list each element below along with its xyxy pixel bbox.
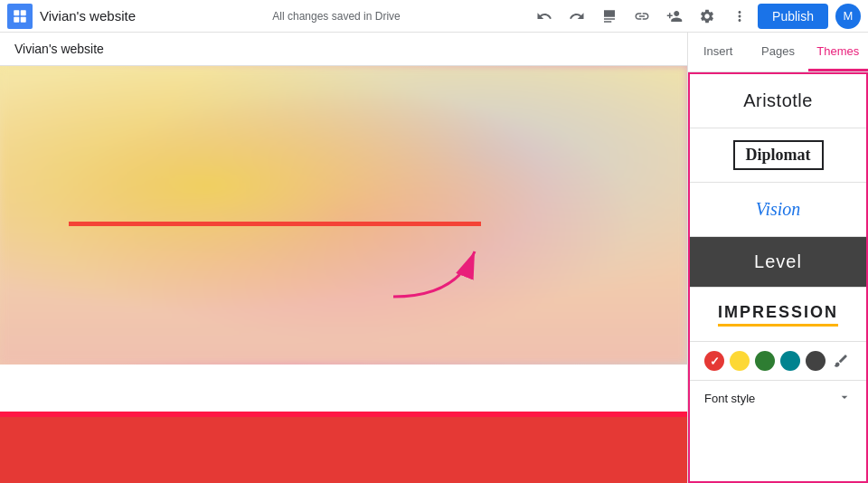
avatar[interactable]: M — [835, 4, 861, 29]
preview-red-bar-top — [0, 412, 687, 417]
svg-rect-1 — [21, 10, 26, 15]
preview-content — [0, 66, 687, 483]
theme-aristotle[interactable]: Aristotle — [690, 74, 866, 128]
publish-button[interactable]: Publish — [758, 4, 828, 29]
swatch-teal[interactable] — [780, 351, 800, 371]
theme-diplomat[interactable]: Diplomat — [690, 128, 866, 183]
link-button[interactable] — [627, 2, 656, 31]
site-preview: Vivian's website — [0, 33, 687, 483]
header: Vivian's website All changes saved in Dr… — [0, 0, 868, 33]
chevron-down-icon — [837, 390, 852, 407]
preview-site-title: Vivian's website — [0, 33, 687, 66]
theme-vision[interactable]: Vision — [690, 183, 866, 237]
tab-pages[interactable]: Pages — [748, 33, 807, 71]
theme-impression[interactable]: IMPRESSION — [690, 288, 866, 342]
settings-button[interactable] — [693, 2, 722, 31]
svg-rect-3 — [21, 16, 26, 22]
main-layout: Vivian's website — [0, 33, 868, 483]
themes-panel: Aristotle Diplomat Vision Level IMPRESSI… — [688, 72, 868, 483]
theme-level[interactable]: Level — [690, 237, 866, 288]
tab-insert[interactable]: Insert — [688, 33, 748, 71]
swatch-red[interactable] — [704, 351, 724, 371]
red-line — [69, 222, 481, 226]
swatch-green[interactable] — [755, 351, 775, 371]
app-logo — [7, 4, 33, 29]
more-button[interactable] — [725, 2, 754, 31]
preview-button[interactable] — [595, 2, 624, 31]
undo-button[interactable] — [530, 2, 559, 31]
svg-rect-0 — [14, 10, 19, 15]
svg-rect-2 — [14, 16, 19, 22]
redo-button[interactable] — [562, 2, 591, 31]
preview-image-blurred — [0, 66, 687, 365]
right-panel: Insert Pages Themes Aristotle Diplomat V… — [687, 33, 868, 483]
canvas-area: Vivian's website — [0, 33, 687, 483]
site-title: Vivian's website — [40, 8, 136, 24]
save-status: All changes saved in Drive — [150, 10, 523, 23]
preview-image — [0, 66, 687, 365]
add-user-button[interactable] — [660, 2, 689, 31]
swatch-yellow[interactable] — [730, 351, 750, 371]
preview-red-bar — [0, 412, 687, 483]
panel-tabs: Insert Pages Themes — [688, 33, 868, 72]
header-actions: Publish M — [530, 2, 861, 31]
color-swatches — [690, 342, 866, 381]
tab-themes[interactable]: Themes — [808, 33, 868, 71]
swatch-dark[interactable] — [806, 351, 826, 371]
font-style-row[interactable]: Font style — [690, 381, 866, 416]
color-picker-icon[interactable] — [831, 351, 851, 371]
